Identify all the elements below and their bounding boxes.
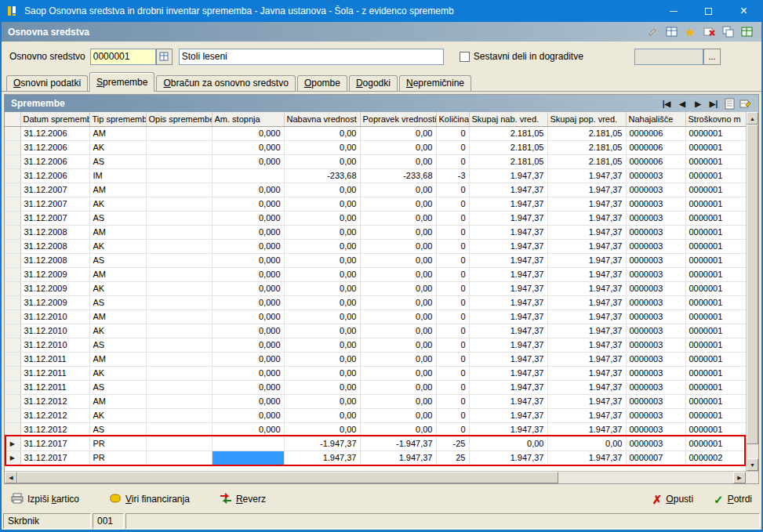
cell[interactable]: 0000001 [685,408,747,422]
scroll-right-icon[interactable]: ▶ [733,472,746,483]
cell[interactable]: -233,68 [360,168,436,183]
cell[interactable]: 0000001 [685,422,747,436]
cell[interactable]: 0,000 [212,422,284,436]
cell[interactable] [146,394,212,408]
cell[interactable] [146,451,212,465]
cell[interactable]: 0,00 [284,394,360,408]
cell[interactable]: 0,00 [360,140,436,154]
column-header[interactable]: Nahajališče [626,112,685,126]
confirm-button[interactable]: ✓ Potrdi [714,494,752,505]
cell[interactable] [146,140,212,154]
cell[interactable]: 0000001 [685,168,747,183]
cell[interactable] [146,436,212,451]
cell[interactable]: 1.947,37 [360,451,436,465]
cell[interactable]: 31.12.2010 [20,309,89,324]
column-header[interactable]: Skupaj pop. vred. [547,112,626,126]
cell[interactable]: 0,00 [360,225,436,239]
cell[interactable]: 0,000 [212,366,284,380]
cell[interactable] [146,338,212,352]
cell[interactable]: AM [89,267,146,281]
row-selector[interactable] [5,239,20,253]
row-selector[interactable] [5,352,20,366]
cell[interactable]: 1.947,37 [469,408,547,422]
cell[interactable]: 31.12.2011 [20,380,89,394]
cell[interactable]: 1.947,37 [547,380,626,394]
cell[interactable]: 0000003 [626,324,685,338]
cell[interactable]: 31.12.2008 [20,253,89,267]
cell[interactable]: 0,000 [212,309,284,324]
cell[interactable]: 0000003 [626,352,685,366]
cell[interactable]: 1.947,37 [469,324,547,338]
cell[interactable]: 0,00 [360,352,436,366]
cell[interactable]: 31.12.2006 [20,168,89,183]
cell[interactable]: AK [89,281,146,295]
funding-sources-button[interactable]: Viri financiranja [109,493,190,506]
cell[interactable]: 2.181,05 [469,154,547,168]
cell[interactable]: 0,00 [284,253,360,267]
cell[interactable]: AM [89,394,146,408]
row-selector[interactable] [5,309,20,324]
cell[interactable]: 0000003 [626,295,685,309]
row-selector[interactable] [5,408,20,422]
cell[interactable]: -1.947,37 [360,436,436,451]
cell[interactable]: 31.12.2008 [20,239,89,253]
cell[interactable] [212,168,284,183]
cell[interactable] [146,168,212,183]
cell[interactable]: 0,00 [360,211,436,225]
cell[interactable]: 0,00 [360,253,436,267]
cell[interactable]: -1.947,37 [284,436,360,451]
cell[interactable]: 0,000 [212,408,284,422]
cell[interactable]: AM [89,352,146,366]
cell[interactable]: 1.947,37 [547,352,626,366]
cell[interactable]: 0000003 [626,422,685,436]
cell[interactable]: 31.12.2011 [20,366,89,380]
cell[interactable]: 0000002 [685,451,747,465]
tab-opombe[interactable]: Opombe [297,75,347,91]
cell[interactable]: 0,00 [360,338,436,352]
cell[interactable]: 1.947,37 [547,408,626,422]
cell[interactable]: 1.947,37 [547,183,626,197]
cell[interactable]: 31.12.2009 [20,295,89,309]
grid-view-icon[interactable] [663,24,680,40]
cell[interactable]: 0 [436,225,469,239]
cell[interactable]: 0000001 [685,211,747,225]
cell[interactable]: 1.947,37 [547,267,626,281]
cell[interactable]: 1.947,37 [547,239,626,253]
cell[interactable]: 0,00 [360,281,436,295]
cell[interactable]: 0 [436,281,469,295]
row-selector[interactable] [5,338,20,352]
cell[interactable]: 0000001 [685,183,747,197]
cell[interactable] [146,324,212,338]
cell[interactable]: 0,00 [284,380,360,394]
cell[interactable]: 0,000 [212,352,284,366]
cell[interactable]: 25 [436,451,469,465]
cell[interactable] [212,436,284,451]
row-selector[interactable] [5,295,20,309]
cell[interactable]: 0,00 [360,408,436,422]
cell[interactable]: 0 [436,211,469,225]
edit-grid-icon[interactable] [738,96,752,110]
cell[interactable]: PR [89,436,146,451]
cell[interactable]: 0,00 [360,380,436,394]
cell[interactable]: 31.12.2009 [20,281,89,295]
cell[interactable]: 0000003 [626,309,685,324]
cell[interactable]: 0,00 [360,422,436,436]
cell[interactable]: 0,00 [284,352,360,366]
cell[interactable]: 0000001 [685,281,747,295]
combo-browse-button[interactable]: ... [703,49,721,65]
reverz-button[interactable]: Reverz [220,493,266,506]
cell[interactable]: 0,000 [212,281,284,295]
cell[interactable]: IM [89,168,146,183]
cell[interactable]: AS [89,154,146,168]
cell[interactable]: 0,00 [284,183,360,197]
column-header[interactable]: Nabavna vrednost [284,112,360,126]
cell[interactable]: 0,00 [360,324,436,338]
cell[interactable]: 0,00 [360,126,436,140]
cell[interactable]: 31.12.2007 [20,211,89,225]
row-selector[interactable] [5,366,20,380]
last-record-icon[interactable]: ▶| [707,96,721,110]
column-header[interactable]: Količina [436,112,469,126]
cell[interactable]: 0,00 [284,126,360,140]
cell[interactable]: 31.12.2009 [20,267,89,281]
cell[interactable]: 1.947,37 [469,239,547,253]
